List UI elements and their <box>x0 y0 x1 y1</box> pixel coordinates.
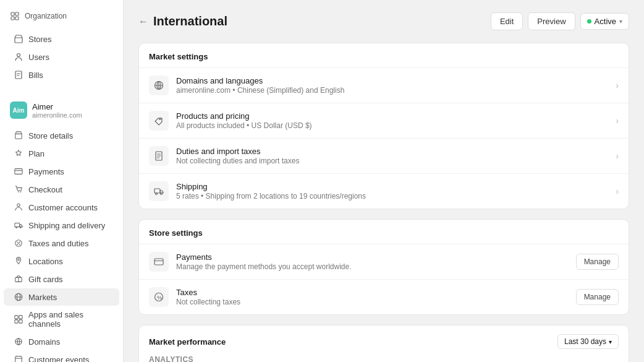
taxes-manage-button[interactable]: Manage <box>576 289 619 305</box>
svg-rect-0 <box>11 12 14 15</box>
svg-point-19 <box>19 244 20 245</box>
avatar: Aim <box>10 101 27 119</box>
shipping-icon <box>14 220 23 230</box>
shipping-row[interactable]: Shipping 5 rates • Shipping from 2 locat… <box>139 173 629 209</box>
sidebar-item-checkout[interactable]: Checkout <box>4 181 119 198</box>
products-pricing-row[interactable]: Products and pricing All products includ… <box>139 103 629 138</box>
svg-rect-4 <box>15 38 22 43</box>
duties-row[interactable]: Duties and import taxes Not collecting d… <box>139 138 629 173</box>
nav-label: Domains <box>28 337 60 347</box>
sidebar-item-users[interactable]: Users <box>4 48 119 66</box>
org-nav: Stores Users Bills <box>0 30 123 84</box>
payments-row: Payments Manage the payment methods you … <box>139 244 629 279</box>
tax-icon-wrapper: % <box>149 287 169 307</box>
svg-point-10 <box>18 191 19 192</box>
shipping-desc: 5 rates • Shipping from 2 locations to 1… <box>176 192 616 200</box>
svg-rect-13 <box>15 223 20 227</box>
org-item[interactable]: Organization <box>0 7 123 25</box>
back-button[interactable]: ← <box>138 16 148 27</box>
products-pricing-content: Products and pricing All products includ… <box>176 111 616 130</box>
stores-icon <box>14 34 23 44</box>
giftcards-icon <box>14 274 23 284</box>
sidebar-item-store-details[interactable]: Store details <box>4 127 119 144</box>
globe-icon-wrapper <box>149 75 169 95</box>
domains-languages-row[interactable]: Domains and languages aimeronline.com • … <box>139 67 629 103</box>
payments-manage-button[interactable]: Manage <box>576 254 619 270</box>
svg-text:%: % <box>157 295 162 301</box>
svg-rect-3 <box>15 17 19 20</box>
payments-desc: Manage the payment methods you accept wo… <box>176 262 576 271</box>
sidebar-item-apps-and-sales-channels[interactable]: Apps and sales channels <box>4 306 119 332</box>
shipping-content: Shipping 5 rates • Shipping from 2 locat… <box>176 182 616 200</box>
store-account[interactable]: Aim Aimer aimeronline.com <box>0 97 123 124</box>
status-dot <box>587 19 591 24</box>
apps-icon <box>14 314 23 324</box>
sidebar-item-stores[interactable]: Stores <box>4 30 119 48</box>
duties-content: Duties and import taxes Not collecting d… <box>176 147 616 165</box>
svg-rect-1 <box>15 12 19 15</box>
bills-icon <box>14 70 23 80</box>
page-header: ← International Edit Preview Active ▾ <box>138 12 629 30</box>
svg-rect-26 <box>15 316 18 319</box>
users-icon <box>14 52 23 62</box>
domains-icon <box>14 337 23 347</box>
svg-rect-29 <box>19 320 22 323</box>
payment-icon-wrapper <box>149 252 169 272</box>
payments-title: Payments <box>176 252 576 262</box>
globe-icon <box>154 80 164 90</box>
preview-button[interactable]: Preview <box>528 12 575 30</box>
performance-header: Market performance Last 30 days ▾ <box>139 325 629 349</box>
svg-rect-27 <box>19 316 22 319</box>
chevron-right-icon-4: › <box>616 186 619 196</box>
performance-title: Market performance <box>149 337 226 347</box>
chevron-right-icon-2: › <box>616 116 619 126</box>
sidebar-item-markets[interactable]: Markets <box>4 288 119 306</box>
nav-label: Payments <box>28 167 64 176</box>
truck-icon-wrapper <box>149 181 169 201</box>
sidebar-item-bills-label: Bills <box>28 71 43 80</box>
shipping-title: Shipping <box>176 182 616 191</box>
svg-point-43 <box>156 193 158 195</box>
tax-icon: % <box>154 292 164 302</box>
sidebar-item-domains[interactable]: Domains <box>4 333 119 350</box>
edit-button[interactable]: Edit <box>491 12 523 30</box>
sidebar-item-bills[interactable]: Bills <box>4 66 119 84</box>
org-label: Organization <box>25 12 67 20</box>
checkout-icon <box>14 184 23 194</box>
payment-icon <box>154 257 164 267</box>
nav-label: Apps and sales channels <box>28 310 109 329</box>
store-name: Aimer <box>32 102 82 111</box>
taxes-content: Taxes Not collecting taxes <box>176 288 576 306</box>
svg-rect-7 <box>15 134 22 139</box>
taxes-row: % Taxes Not collecting taxes Manage <box>139 279 629 314</box>
nav-label: Locations <box>28 257 63 266</box>
svg-point-11 <box>20 191 22 192</box>
nav-label: Gift cards <box>28 275 63 284</box>
svg-rect-2 <box>11 17 14 20</box>
taxes-title: Taxes <box>176 288 576 297</box>
svg-rect-42 <box>155 189 160 193</box>
sidebar-item-customer-events[interactable]: Customer events <box>4 351 119 362</box>
nav-label: Taxes and duties <box>28 239 89 248</box>
header-left: ← International <box>138 14 227 28</box>
period-select[interactable]: Last 30 days ▾ <box>557 334 619 349</box>
payments-icon <box>14 166 23 176</box>
store-settings-title: Store settings <box>139 220 629 244</box>
chevron-down-icon-period: ▾ <box>609 338 612 345</box>
status-badge[interactable]: Active ▾ <box>580 13 629 30</box>
sidebar-item-taxes-and-duties[interactable]: Taxes and duties <box>4 235 119 252</box>
nav-label: Plan <box>28 149 44 158</box>
sidebar: Organization Stores Users <box>0 0 124 362</box>
sidebar-item-customer-accounts[interactable]: Customer accounts <box>4 199 119 216</box>
sidebar-item-plan[interactable]: Plan <box>4 145 119 162</box>
sidebar-item-payments[interactable]: Payments <box>4 163 119 180</box>
accounts-icon <box>14 202 23 212</box>
sidebar-item-shipping-and-delivery[interactable]: Shipping and delivery <box>4 217 119 234</box>
sidebar-item-gift-cards[interactable]: Gift cards <box>4 270 119 288</box>
svg-rect-45 <box>155 259 163 265</box>
svg-point-44 <box>161 193 163 195</box>
taxes-icon <box>14 238 23 248</box>
sidebar-item-locations[interactable]: Locations <box>4 252 119 270</box>
nav-label: Customer accounts <box>28 203 98 212</box>
domains-languages-desc: aimeronline.com • Chinese (Simplified) a… <box>176 86 616 95</box>
